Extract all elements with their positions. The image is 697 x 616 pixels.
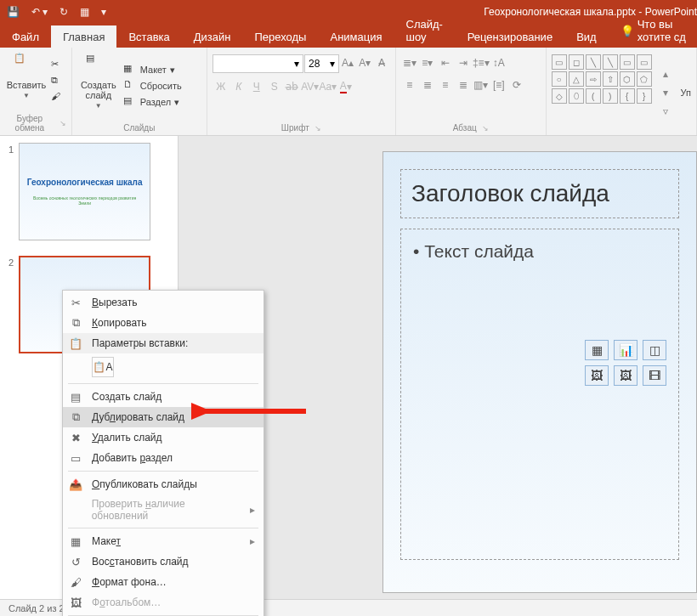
ctx-add-section[interactable]: ▭Добавить раздел <box>63 448 264 468</box>
tab-review[interactable]: Рецензирование <box>456 25 564 48</box>
underline-button[interactable]: Ч <box>248 78 265 95</box>
align-text-button[interactable]: [≡] <box>490 76 507 93</box>
align-center-button[interactable]: ≣ <box>419 76 436 93</box>
paste-label: Вставить <box>7 80 47 90</box>
launcher-icon[interactable]: ↘ <box>482 124 489 133</box>
columns-button[interactable]: ▥▾ <box>473 76 490 93</box>
paste-keep-formatting-icon[interactable]: 📋A <box>92 357 114 377</box>
tab-file[interactable]: Файл <box>0 25 51 48</box>
decrease-indent-button[interactable]: ⇤ <box>437 54 454 71</box>
table-icon[interactable]: ▦ <box>585 340 609 360</box>
justify-button[interactable]: ≣ <box>455 76 472 93</box>
content-placeholder-icons: ▦ 📊 ◫ 🖼 🖼 🎞 <box>585 340 666 386</box>
tab-view[interactable]: Вид <box>564 25 609 48</box>
strike-button[interactable]: a̶b̶ <box>284 78 301 95</box>
font-color-button[interactable]: A▾ <box>337 78 354 95</box>
clear-format-button[interactable]: A̶ <box>374 54 390 71</box>
start-slideshow-icon[interactable]: ▦ <box>80 6 89 18</box>
video-icon[interactable]: 🎞 <box>643 365 666 386</box>
shapes-gallery[interactable]: ▭◻╲╲▭▭ ○△⇨⇧⬡⬠ ◇⬯(){} <box>552 54 652 130</box>
layout-button[interactable]: ▦Макет ▾ <box>123 63 201 76</box>
gallery-down-button[interactable]: ▾ <box>657 84 674 101</box>
slide-body-placeholder[interactable]: Текст слайда ▦ 📊 ◫ 🖼 🖼 🎞 <box>400 229 679 560</box>
tab-transitions[interactable]: Переходы <box>242 25 318 48</box>
ctx-format-background[interactable]: 🖌Формат фона… <box>63 572 264 592</box>
italic-button[interactable]: К <box>230 78 247 95</box>
grow-font-button[interactable]: A▴ <box>340 54 356 71</box>
ctx-publish-slides[interactable]: 📤Опубликовать слайды <box>63 474 264 494</box>
align-right-button[interactable]: ≡ <box>437 76 454 93</box>
ctx-cut[interactable]: ✂Вырезать <box>63 292 264 313</box>
save-icon[interactable]: 💾 <box>7 6 20 18</box>
tab-home[interactable]: Главная <box>51 25 116 48</box>
group-slides-label: Слайды <box>123 123 155 133</box>
case-button[interactable]: Aa▾ <box>320 78 337 95</box>
text-direction-button[interactable]: ↕A <box>490 54 507 71</box>
duplicate-icon: ⧉ <box>68 410 83 424</box>
paste-button[interactable]: 📋 Вставить ▼ <box>5 51 48 111</box>
bold-button[interactable]: Ж <box>212 78 230 95</box>
group-slides: ▤ Создать слайд ▼ ▦Макет ▾ 🗋Сбросить ▤Ра… <box>72 48 207 135</box>
ctx-restore-slide[interactable]: ↺Восстановить слайд <box>63 551 264 572</box>
qat-customize-icon[interactable]: ▾ <box>101 6 106 18</box>
increase-indent-button[interactable]: ⇥ <box>455 54 472 71</box>
reset-button[interactable]: 🗋Сбросить <box>123 79 201 93</box>
copy-button[interactable]: ⧉ <box>51 75 65 88</box>
group-clipboard: 📋 Вставить ▼ ✂ ⧉ 🖌 Буфер обмена↘ <box>0 48 72 135</box>
shrink-font-button[interactable]: A▾ <box>357 54 373 71</box>
group-font: ▾ 28▾ A▴ A▾ A̶ Ж К Ч S a̶b̶ AV▾ Aa▾ A▾ Ш… <box>207 48 396 135</box>
font-name-combo[interactable]: ▾ <box>212 54 303 73</box>
smartart-button[interactable]: ⟳ <box>508 76 525 93</box>
gallery-up-button[interactable]: ▴ <box>657 65 674 82</box>
ctx-copy[interactable]: ⧉Копировать <box>63 313 264 333</box>
ctx-delete-slide[interactable]: ✖Удалить слайд <box>63 427 264 448</box>
slide-number-2: 2 <box>8 256 14 353</box>
arrange-label: Уп <box>681 88 691 98</box>
format-painter-button[interactable]: 🖌 <box>51 91 65 105</box>
bullets-button[interactable]: ≣▾ <box>401 54 418 71</box>
tab-slideshow[interactable]: Слайд-шоу <box>394 13 456 48</box>
launcher-icon[interactable]: ↘ <box>60 119 66 127</box>
new-slide-button[interactable]: ▤ Создать слайд ▼ <box>77 51 120 121</box>
slide-context-menu: ✂Вырезать ⧉Копировать 📋Параметры вставки… <box>62 290 264 616</box>
undo-icon[interactable]: ↶ ▾ <box>31 6 48 18</box>
numbering-button[interactable]: ≡▾ <box>419 54 436 71</box>
spacing-button[interactable]: AV▾ <box>302 78 319 95</box>
ctx-layout[interactable]: ▦Макет▸ <box>63 531 264 551</box>
help-label: Что вы хотите сд <box>638 18 688 43</box>
shadow-button[interactable]: S <box>266 78 283 95</box>
thumb1-sub: Восемь основных геологических периодов р… <box>26 195 143 206</box>
font-size-combo[interactable]: 28▾ <box>304 54 339 73</box>
tab-help[interactable]: 💡Что вы хотите сд <box>609 13 697 48</box>
launcher-icon[interactable]: ↘ <box>314 124 321 133</box>
ctx-paste-options: 📋A <box>63 353 264 381</box>
online-picture-icon[interactable]: 🖼 <box>614 365 638 386</box>
title-bar: 💾 ↶ ▾ ↻ ▦ ▾ Геохронологическая шкала.ppt… <box>0 0 697 24</box>
tab-animations[interactable]: Анимация <box>318 25 394 48</box>
slide-thumb-1[interactable]: Геохронологическая шкала Восемь основных… <box>19 143 150 240</box>
chevron-down-icon: ▼ <box>23 92 30 99</box>
cut-button[interactable]: ✂ <box>51 59 65 72</box>
line-spacing-button[interactable]: ‡≡▾ <box>473 54 490 71</box>
slide-counter[interactable]: Слайд 2 из 2 <box>8 603 65 613</box>
gallery-more-button[interactable]: ▿ <box>657 103 674 120</box>
bulb-icon: 💡 <box>620 25 634 37</box>
slide-title-placeholder[interactable]: Заголовок слайда <box>400 169 679 218</box>
section-button[interactable]: ▤Раздел ▾ <box>123 95 201 109</box>
smartart-icon[interactable]: ◫ <box>643 340 666 360</box>
copy-icon: ⧉ <box>68 316 83 330</box>
tab-insert[interactable]: Вставка <box>116 25 181 48</box>
reset-label: Сбросить <box>140 81 182 91</box>
chevron-right-icon: ▸ <box>250 535 255 547</box>
align-left-button[interactable]: ≡ <box>401 76 418 93</box>
current-slide[interactable]: Заголовок слайда Текст слайда ▦ 📊 ◫ 🖼 🖼 … <box>382 151 697 593</box>
separator <box>68 383 258 384</box>
tab-design[interactable]: Дизайн <box>182 25 243 48</box>
section-label: Раздел <box>140 97 171 107</box>
group-clipboard-label: Буфер обмена <box>5 114 54 133</box>
group-para-label: Абзац <box>453 123 477 133</box>
chart-icon[interactable]: 📊 <box>614 340 638 360</box>
format-bg-icon: 🖌 <box>68 575 83 589</box>
picture-icon[interactable]: 🖼 <box>585 365 609 386</box>
redo-icon[interactable]: ↻ <box>60 6 68 18</box>
